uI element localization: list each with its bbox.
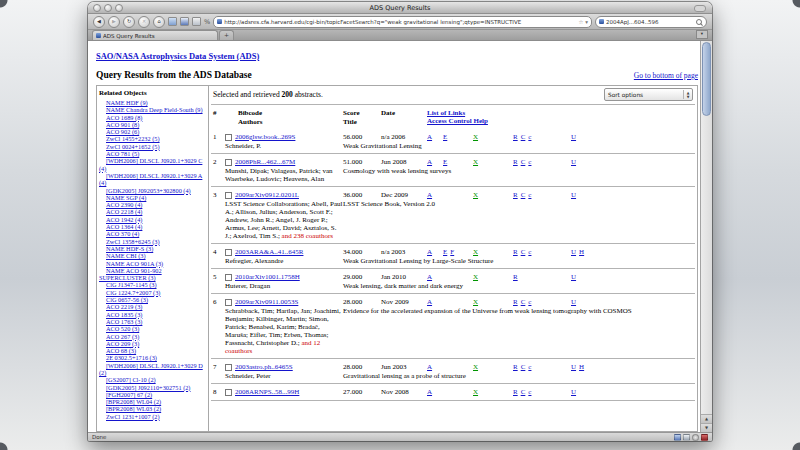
record-checkbox[interactable] (225, 364, 232, 371)
related-object-link[interactable]: ACO 520 (3) (99, 325, 207, 332)
related-object-link[interactable]: ACO 1835 (3) (99, 311, 207, 318)
link-letter-A[interactable]: A (427, 388, 432, 396)
related-object-link[interactable]: ACO 1942 (4) (99, 216, 207, 223)
link-letter-U[interactable]: U (571, 133, 576, 141)
bibcode-link[interactable]: 2008PhR...462...67M (235, 158, 295, 166)
link-letter-A[interactable]: A (427, 273, 432, 281)
related-object-link[interactable]: ZwCl 0024+1652 (5) (99, 143, 207, 150)
related-object-link[interactable]: ACO 1364 (4) (99, 223, 207, 230)
bibcode-link[interactable]: 2003astro.ph..6465S (235, 363, 293, 371)
url-text[interactable]: http://adsres.cfa.harvard.edu/cgi-bin/to… (224, 19, 576, 25)
link-letter-X[interactable]: X (473, 133, 478, 141)
related-object-link[interactable]: [BPR2008] WL03 (2) (99, 405, 207, 412)
link-letter-X[interactable]: X (473, 248, 478, 256)
status-shield-icon[interactable] (701, 434, 708, 441)
record-checkbox[interactable] (225, 389, 232, 396)
bibcode-link[interactable]: 2003ARA&A..41..645R (235, 248, 303, 256)
link-letter-c[interactable]: c (528, 363, 531, 371)
link-letter-R[interactable]: R (513, 388, 518, 396)
status-disc-icon[interactable] (692, 434, 699, 441)
link-letter-R[interactable]: R (513, 133, 518, 141)
scrollbar-thumb[interactable] (702, 42, 711, 116)
bibcode-link[interactable]: 2010arXiv1001.1758H (235, 273, 300, 281)
related-object-link[interactable]: ZwCl 1231+1007 (2) (99, 413, 207, 420)
link-letter-R[interactable]: R (513, 191, 518, 199)
link-letter-A[interactable]: A (427, 191, 432, 199)
status-grid-icon[interactable] (674, 434, 681, 441)
link-letter-A[interactable]: A (427, 133, 432, 141)
access-control-help-link[interactable]: Access Control Help (427, 117, 695, 126)
related-object-link[interactable]: ZwCl 1455+2232 (5) (99, 135, 207, 142)
link-letter-U[interactable]: U (571, 158, 576, 166)
related-object-link[interactable]: ClG J1347-1145 (3) (99, 281, 207, 288)
link-letter-c[interactable]: c (528, 298, 531, 306)
search-engine-icon[interactable] (599, 19, 604, 24)
related-object-link[interactable]: ACO 370 (4) (99, 230, 207, 237)
new-tab-button[interactable]: + (219, 30, 234, 40)
link-letter-C[interactable]: C (521, 298, 526, 306)
link-letter-X[interactable]: X (473, 273, 478, 281)
link-letter-A[interactable]: A (427, 363, 432, 371)
link-letter-X[interactable]: X (473, 158, 478, 166)
tab-ads-query-results[interactable]: ADS Query Results (92, 30, 218, 40)
related-object-link[interactable]: [GDK2005] J092053+302800 (4) (99, 187, 207, 194)
record-checkbox[interactable] (225, 159, 232, 166)
link-letter-E[interactable]: E (443, 248, 447, 256)
related-object-link[interactable]: NAME HDF (9) (99, 99, 207, 106)
link-letter-X[interactable]: X (473, 191, 478, 199)
search-field[interactable]: 2004ApJ...604..596 (595, 16, 707, 28)
related-object-link[interactable]: ACO 2218 (4) (99, 208, 207, 215)
related-object-link[interactable]: ACO 902 (6) (99, 128, 207, 135)
record-checkbox[interactable] (225, 192, 232, 199)
related-object-link[interactable]: ACO 267 (3) (99, 333, 207, 340)
home-button[interactable]: ⌂ (153, 16, 165, 28)
link-letter-A[interactable]: A (427, 298, 432, 306)
bibcode-link[interactable]: 2008ARNPS..58...99H (235, 388, 299, 396)
link-letter-c[interactable]: c (528, 191, 531, 199)
text-size-icon[interactable]: % (204, 18, 210, 26)
link-letter-A[interactable]: A (427, 158, 432, 166)
ads-home-link[interactable]: SAO/NASA Astrophysics Data System (ADS) (96, 51, 259, 61)
related-object-link[interactable]: ClG 1224.7+2007 (3) (99, 289, 207, 296)
related-object-link[interactable]: ACO 68 (3) (99, 347, 207, 354)
bibcode-link[interactable]: 2009arXiv0911.0053S (235, 298, 298, 306)
forward-button[interactable]: ▶ (108, 16, 120, 28)
record-checkbox[interactable] (225, 249, 232, 256)
related-object-link[interactable]: 2E 0302.5+1716 (3) (99, 354, 207, 361)
record-checkbox[interactable] (225, 274, 232, 281)
magnifier-icon[interactable] (696, 19, 702, 25)
link-letter-C[interactable]: C (521, 158, 526, 166)
search-text[interactable]: 2004ApJ...604..596 (606, 19, 694, 25)
related-object-link[interactable]: [GDK2005] J092110+302751 (2) (99, 384, 207, 391)
status-mail-icon[interactable] (683, 434, 690, 441)
link-letter-C[interactable]: C (521, 363, 526, 371)
link-letter-c[interactable]: c (528, 248, 531, 256)
related-object-link[interactable]: ClG 0657-56 (3) (99, 296, 207, 303)
related-object-link[interactable]: NAME ACO 901A (3) (99, 260, 207, 267)
related-object-link[interactable]: NAME SGP (4) (99, 194, 207, 201)
related-object-link[interactable]: ZwCl 1358+6245 (3) (99, 238, 207, 245)
related-object-link[interactable]: NAME HDF-S (3) (99, 245, 207, 252)
scroll-up-button[interactable]: ▲ (701, 414, 712, 423)
related-object-link[interactable]: ACO 901 (8) (99, 121, 207, 128)
link-letter-c[interactable]: c (528, 388, 531, 396)
link-letter-R[interactable]: R (513, 363, 518, 371)
link-letter-R[interactable]: R (513, 158, 518, 166)
bibcode-link[interactable]: 2006glsw.book..269S (235, 133, 295, 141)
related-object-link[interactable]: ACO 1689 (8) (99, 114, 207, 121)
scroll-down-button[interactable]: ▼ (701, 423, 712, 432)
related-object-link[interactable]: [WDH2006] DLSCL J0920.1+3029 A (4) (99, 172, 207, 187)
list-of-links-link[interactable]: List of Links (427, 109, 695, 117)
related-object-link[interactable]: [BPR2008] WL04 (2) (99, 398, 207, 405)
link-letter-c[interactable]: c (528, 133, 531, 141)
record-checkbox[interactable] (225, 134, 232, 141)
related-object-link[interactable]: ACO 781 (5) (99, 150, 207, 157)
related-object-link[interactable]: ACO 2390 (4) (99, 201, 207, 208)
link-letter-U[interactable]: U (571, 191, 576, 199)
link-letter-C[interactable]: C (521, 191, 526, 199)
reload-button[interactable]: ↻ (123, 16, 135, 28)
link-letter-E[interactable]: E (443, 133, 447, 141)
link-letter-R[interactable]: R (513, 248, 518, 256)
back-button[interactable]: ◀ (93, 16, 105, 28)
link-letter-U[interactable]: U (571, 388, 576, 396)
